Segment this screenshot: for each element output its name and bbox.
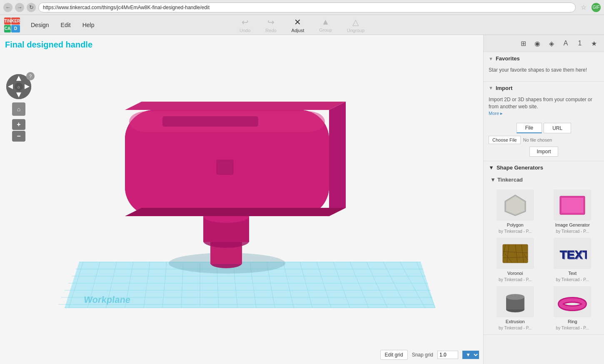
address-bar[interactable]: https://www.tinkercad.com/things/jc4MvEm… [38, 2, 576, 12]
group-button[interactable]: ▲ Group [316, 15, 335, 34]
url-text: https://www.tinkercad.com/things/jc4MvEm… [43, 5, 210, 10]
group-icon: ▲ [322, 17, 330, 27]
adjust-icon: ✕ [294, 17, 301, 27]
import-submit-button[interactable]: Import [529, 147, 558, 157]
bookmark-star[interactable]: ☆ [581, 3, 587, 11]
shape-icon[interactable]: ◈ [546, 37, 557, 49]
star-icon[interactable]: ★ [588, 37, 600, 49]
logo-grid: TIN KER CA D [4, 17, 19, 32]
favorites-header[interactable]: ▼ Favorites [484, 52, 604, 65]
panel-collapse-handle[interactable]: ❯ [483, 191, 484, 208]
import-tab-group: File URL [484, 123, 604, 133]
svg-marker-47 [125, 102, 346, 110]
shape-item-voronoi[interactable]: Voronoi by Tinkercad - P... [489, 238, 542, 282]
tinkercad-arrow: ▼ [490, 177, 496, 183]
shape-item-text[interactable]: TEXT TEXT Text by Tinkercad - P... [546, 238, 599, 282]
shape-thumb-image-gen [554, 189, 591, 221]
choose-file-button[interactable]: Choose File [489, 136, 521, 144]
svg-rect-58 [503, 244, 528, 263]
import-tab-file[interactable]: File [517, 123, 542, 133]
ungroup-button[interactable]: △ Ungroup [344, 15, 368, 35]
shape-name-polygon: Polygon [507, 222, 524, 227]
logo-cell-ca: CA [4, 25, 11, 32]
svg-rect-51 [162, 116, 258, 127]
svg-rect-52 [217, 160, 233, 175]
svg-marker-48 [329, 102, 346, 216]
zoom-controls: + − [12, 119, 25, 142]
redo-button[interactable]: ↪ Redo [262, 15, 280, 35]
3d-view-icon[interactable]: ◉ [532, 37, 543, 49]
bottom-bar: Edit grid Snap grid ▼ [380, 350, 479, 360]
shape-generators-section: ▼ Shape Generators ▼ Tinkercad [484, 161, 604, 335]
snap-value-input[interactable] [437, 351, 458, 359]
shape-item-ring[interactable]: Ring by Tinkercad - P... [546, 286, 599, 330]
import-tab-url[interactable]: URL [544, 123, 571, 133]
svg-text:Workplane: Workplane [83, 294, 131, 305]
shape-generators-header[interactable]: ▼ Shape Generators [484, 161, 604, 174]
grid-view-icon[interactable]: ⊞ [517, 37, 529, 49]
zoom-out-button[interactable]: − [12, 131, 25, 142]
shape-author-polygon: by Tinkercad - P... [499, 229, 532, 234]
canvas-area[interactable]: ⌂ ? ⌂ + − Final designed handle [0, 35, 483, 364]
left-panel: ⌂ ? ⌂ + − [0, 70, 37, 146]
help-badge[interactable]: ? [26, 72, 35, 80]
top-nav: TIN KER CA D Design Edit Help ↩ Undo ↪ R… [0, 15, 604, 35]
ungroup-icon: △ [352, 17, 359, 27]
undo-icon: ↩ [242, 17, 249, 27]
import-more-link[interactable]: More ▸ [489, 111, 503, 116]
shape-thumb-extrusion [497, 286, 534, 317]
app-container: TIN KER CA D Design Edit Help ↩ Undo ↪ R… [0, 15, 604, 364]
project-title: Final designed handle [5, 40, 92, 50]
number-icon[interactable]: 1 [574, 37, 586, 49]
shape-thumb-ring [554, 286, 591, 317]
home-view-button[interactable]: ⌂ [12, 102, 25, 116]
snap-grid-label: Snap grid [412, 352, 433, 358]
shape-name-text: Text [568, 271, 577, 276]
shape-thumb-voronoi [497, 238, 534, 269]
browser-avatar[interactable]: GIF [592, 3, 601, 12]
tinkercad-subsection[interactable]: ▼ Tinkercad [484, 174, 604, 185]
shape-name-extrusion: Extrusion [506, 319, 525, 324]
edit-grid-button[interactable]: Edit grid [380, 350, 408, 360]
logo-cell-tin: TIN [4, 17, 11, 25]
nav-edit[interactable]: Edit [55, 15, 77, 35]
favorites-section: ▼ Favorites Star your favorite shapes to… [484, 52, 604, 82]
svg-text:⌂: ⌂ [17, 85, 20, 89]
import-header[interactable]: ▼ Import [484, 82, 604, 95]
tinkercad-label: Tinkercad [497, 177, 523, 183]
nav-design[interactable]: Design [25, 15, 55, 35]
back-button[interactable]: ← [3, 3, 12, 12]
adjust-button[interactable]: ✕ Adjust [288, 15, 308, 35]
canvas-3d[interactable]: Workplane [0, 35, 483, 364]
logo-cell-d: D [11, 25, 20, 32]
shape-item-polygon[interactable]: Polygon by Tinkercad - P... [489, 189, 542, 234]
nav-menu: Design Edit Help [25, 15, 100, 35]
nav-help[interactable]: Help [77, 15, 100, 35]
shape-thumb-text: TEXT TEXT [554, 238, 591, 269]
shape-item-image-gen[interactable]: Image Generator by Tinkercad - P... [546, 189, 599, 234]
right-panel: ⊞ ◉ ◈ A 1 ★ ▼ Favorites Star your favori… [483, 35, 604, 364]
shape-name-voronoi: Voronoi [507, 271, 523, 276]
logo-area[interactable]: TIN KER CA D [0, 15, 23, 35]
import-title: Import [496, 85, 512, 91]
import-section: ▼ Import Import 2D or 3D shapes from you… [484, 82, 604, 161]
snap-unit-dropdown[interactable]: ▼ [462, 351, 479, 359]
forward-button[interactable]: → [15, 3, 24, 12]
shape-generators-arrow: ▼ [489, 165, 494, 171]
favorites-title: Favorites [496, 55, 520, 62]
no-file-text: No file chosen [523, 137, 552, 142]
refresh-button[interactable]: ↻ [27, 3, 36, 12]
favorites-content: Star your favorite shapes to save them h… [484, 65, 604, 77]
svg-rect-57 [562, 198, 583, 213]
shape-item-extrusion[interactable]: Extrusion by Tinkercad - P... [489, 286, 542, 330]
shape-author-extrusion: by Tinkercad - P... [499, 326, 532, 330]
svg-point-71 [506, 294, 524, 300]
file-input-row: Choose File No file chosen [484, 136, 604, 144]
shape-author-ring: by Tinkercad - P... [556, 326, 589, 330]
text-icon[interactable]: A [560, 37, 572, 49]
favorites-arrow: ▼ [489, 56, 493, 61]
zoom-in-button[interactable]: + [12, 119, 25, 130]
undo-button[interactable]: ↩ Undo [236, 15, 254, 35]
svg-text:TEXT: TEXT [561, 249, 587, 262]
shapes-grid: Polygon by Tinkercad - P... Image Genera… [484, 185, 604, 334]
